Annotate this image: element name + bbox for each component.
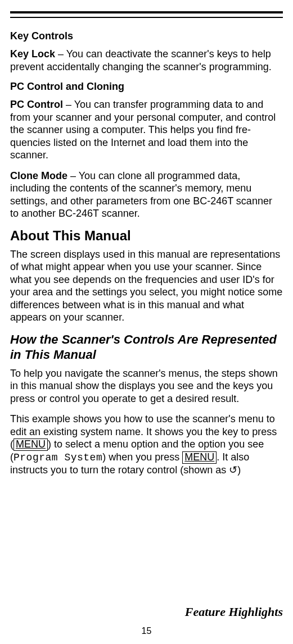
paragraph-controls-rep-2: This example shows you how to use the sc… — [10, 413, 283, 477]
heading-about-this-manual: About This Manual — [10, 228, 283, 244]
heading-controls-represented: How the Scanner's Controls Are Represent… — [10, 332, 283, 363]
paragraph-about: The screen displays used in this manual … — [10, 248, 283, 324]
paragraph-clone-mode: Clone Mode – You can clone all programme… — [10, 170, 283, 220]
page-number: 15 — [0, 626, 293, 636]
top-rule-thick — [10, 11, 283, 13]
text-p2e: ) — [237, 464, 241, 476]
heading-pc-control-cloning: PC Control and Cloning — [10, 81, 283, 93]
label-pc-control: PC Control — [10, 99, 63, 110]
mono-program-system: Program System — [13, 452, 102, 463]
top-rule-thin — [10, 17, 283, 18]
key-menu-1: MENU — [13, 439, 48, 451]
rotary-icon: ↺ — [229, 464, 237, 476]
label-clone-mode: Clone Mode — [10, 170, 67, 181]
paragraph-pc-control: PC Control – You can transfer programmin… — [10, 98, 283, 162]
paragraph-controls-rep-1: To help you navigate the scanner's menus… — [10, 367, 283, 405]
key-menu-2: MENU — [182, 451, 217, 464]
label-key-lock: Key Lock — [10, 48, 55, 60]
paragraph-key-lock: Key Lock – You can deactivate the scanne… — [10, 48, 283, 73]
footer-section-title: Feature Highlights — [185, 605, 283, 619]
heading-key-controls: Key Controls — [10, 30, 283, 42]
text-p2c: ) when you press — [102, 451, 182, 463]
